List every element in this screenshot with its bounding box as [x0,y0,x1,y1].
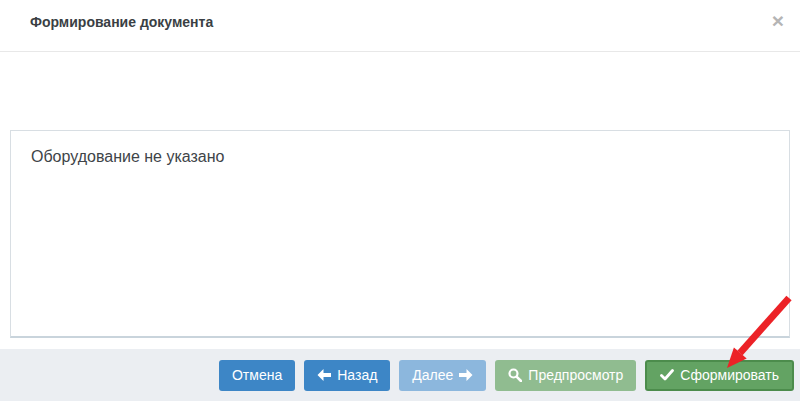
document-generation-modal: Формирование документа × 4 Выбор докумен… [0,0,800,401]
empty-state-message: Оборудование не указано [31,148,224,166]
search-icon [508,368,522,382]
back-button[interactable]: Назад [304,360,390,391]
close-icon[interactable]: × [772,10,784,31]
arrow-left-icon [317,369,331,381]
cancel-button-label: Отмена [232,367,282,383]
generate-button[interactable]: Сформировать [645,360,794,391]
modal-footer: Отмена Назад Далее Предпросмотр Сформиро [0,349,800,401]
equipment-content-panel: Оборудование не указано [10,130,790,338]
cancel-button[interactable]: Отмена [219,360,295,391]
preview-button[interactable]: Предпросмотр [495,360,636,391]
next-button-label: Далее [412,367,453,383]
modal-title: Формирование документа [30,14,213,30]
arrow-right-icon [459,369,473,381]
preview-button-label: Предпросмотр [528,367,623,383]
check-icon [660,369,674,381]
next-button[interactable]: Далее [399,360,486,391]
header-divider [0,51,800,52]
wizard-stepper: 4 Выбор документа Свойства Исследования … [0,60,800,128]
back-button-label: Назад [337,367,377,383]
generate-button-label: Сформировать [680,367,779,383]
